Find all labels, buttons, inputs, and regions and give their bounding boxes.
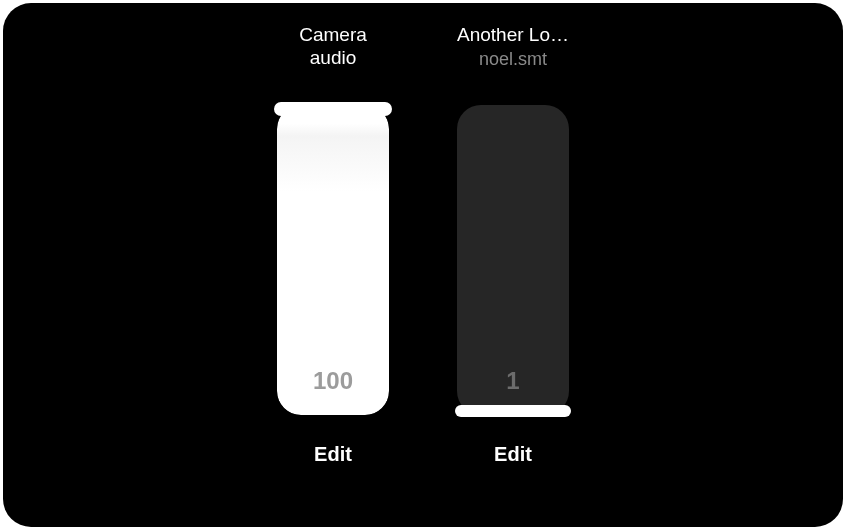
audio-mixer-panel: Camera audio 100 Edit Another Lo… noel.s… [3, 3, 843, 527]
edit-button[interactable]: Edit [314, 443, 352, 466]
slider-handle-icon[interactable] [274, 102, 392, 116]
slider-value: 1 [457, 367, 569, 395]
audio-track: Camera audio 100 Edit [273, 23, 393, 466]
volume-slider[interactable]: 1 [457, 105, 569, 415]
slider-handle-icon[interactable] [455, 405, 571, 417]
audio-track: Another Lo… noel.smt 1 Edit [453, 23, 573, 466]
slider-value: 100 [277, 367, 389, 395]
edit-button[interactable]: Edit [494, 443, 532, 466]
track-title: Camera audio [263, 23, 403, 73]
track-subtitle: noel.smt [479, 49, 547, 73]
volume-slider[interactable]: 100 [277, 105, 389, 415]
